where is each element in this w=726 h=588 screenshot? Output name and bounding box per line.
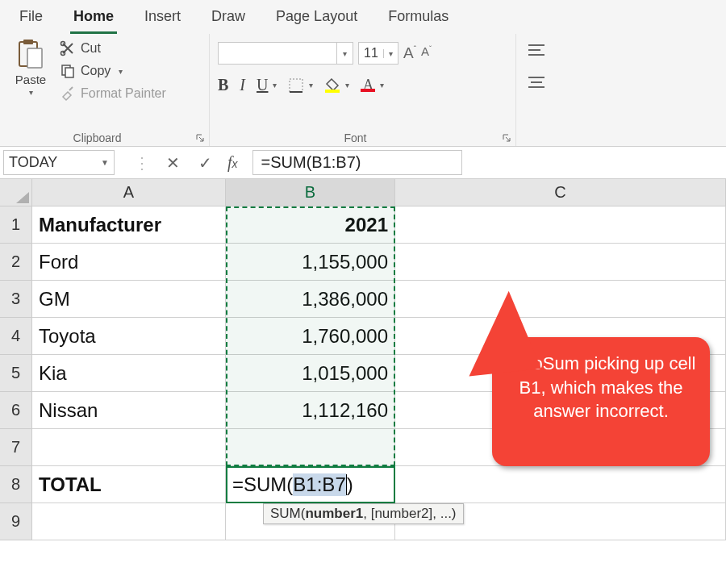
cell-B5[interactable]: 1,015,000 bbox=[226, 355, 395, 392]
chevron-down-icon: ▾ bbox=[383, 49, 398, 58]
group-alignment bbox=[516, 34, 557, 146]
formula-bar-input[interactable]: =SUM(B1:B7) bbox=[252, 150, 462, 175]
insert-function-button[interactable]: fx bbox=[227, 153, 238, 172]
cell-C1[interactable] bbox=[395, 206, 726, 244]
cell-C2[interactable] bbox=[395, 244, 726, 281]
row-header[interactable]: 7 bbox=[0, 429, 32, 466]
clipboard-group-label: Clipboard bbox=[0, 131, 194, 144]
svg-rect-1 bbox=[23, 40, 33, 44]
copy-label: Copy bbox=[81, 64, 111, 78]
scissors-icon bbox=[60, 40, 76, 56]
clipboard-dialog-launcher[interactable] bbox=[194, 132, 206, 144]
worksheet[interactable]: A B C 1Manufacturer20212Ford1,155,0003GM… bbox=[0, 179, 726, 540]
row-header[interactable]: 4 bbox=[0, 318, 32, 355]
cut-label: Cut bbox=[81, 41, 101, 56]
cell-B8[interactable]: =SUM(B1:B7) bbox=[226, 466, 395, 503]
cell-A2[interactable]: Ford bbox=[32, 244, 226, 281]
cell-B2[interactable]: 1,155,000 bbox=[226, 244, 395, 281]
tab-draw[interactable]: Draw bbox=[208, 5, 248, 34]
row-1: 1Manufacturer2021 bbox=[0, 206, 726, 244]
ribbon-tabs: File Home Insert Draw Page Layout Formul… bbox=[0, 0, 726, 34]
cell-C8[interactable] bbox=[395, 466, 726, 503]
cell-A7[interactable] bbox=[32, 429, 226, 466]
group-clipboard: Paste ▾ Cut Copy ▾ bbox=[0, 34, 210, 146]
cell-A8[interactable]: TOTAL bbox=[32, 466, 226, 503]
cell-A5[interactable]: Kia bbox=[32, 355, 226, 392]
bold-button[interactable]: B bbox=[218, 76, 228, 94]
tab-home[interactable]: Home bbox=[70, 5, 117, 34]
cell-B7[interactable] bbox=[226, 429, 395, 466]
function-tooltip: SUM(number1, [number2], ...) bbox=[263, 503, 464, 524]
tab-insert[interactable]: Insert bbox=[141, 5, 184, 34]
row-header[interactable]: 6 bbox=[0, 392, 32, 429]
ribbon: Paste ▾ Cut Copy ▾ bbox=[0, 34, 726, 147]
cell-A1[interactable]: Manufacturer bbox=[32, 206, 226, 244]
name-box[interactable]: TODAY ▼ bbox=[3, 150, 115, 175]
cell-A6[interactable]: Nissan bbox=[32, 392, 226, 429]
column-header-B[interactable]: B bbox=[226, 179, 395, 206]
row-header[interactable]: 1 bbox=[0, 206, 32, 244]
row-header[interactable]: 9 bbox=[0, 503, 32, 540]
enter-formula-button[interactable]: ✓ bbox=[195, 153, 215, 173]
format-painter-button[interactable]: Format Painter bbox=[60, 85, 166, 102]
column-header-A[interactable]: A bbox=[32, 179, 226, 206]
font-color-button[interactable]: A bbox=[361, 79, 375, 92]
column-header-C[interactable]: C bbox=[395, 179, 726, 206]
italic-button[interactable]: I bbox=[240, 76, 245, 94]
copy-button[interactable]: Copy ▾ bbox=[60, 63, 166, 79]
align-top-button[interactable] bbox=[526, 42, 547, 60]
font-size-value: 11 bbox=[359, 46, 383, 60]
font-group-label: Font bbox=[210, 131, 501, 144]
format-painter-label: Format Painter bbox=[81, 86, 166, 101]
chevron-down-icon: ▾ bbox=[119, 67, 123, 76]
align-middle-button[interactable] bbox=[526, 74, 547, 92]
chevron-down-icon: ▾ bbox=[309, 81, 313, 90]
svg-rect-7 bbox=[290, 79, 302, 92]
cell-B1[interactable]: 2021 bbox=[226, 206, 395, 244]
fill-color-button[interactable] bbox=[324, 78, 340, 93]
row-header[interactable]: 3 bbox=[0, 281, 32, 318]
formula-bar-text: =SUM(B1:B7) bbox=[261, 153, 361, 172]
tab-file[interactable]: File bbox=[16, 5, 46, 34]
cell-A4[interactable]: Toyota bbox=[32, 318, 226, 355]
formula-bar-row: TODAY ▼ ⋮ ✕ ✓ fx =SUM(B1:B7) bbox=[0, 147, 726, 179]
font-dialog-launcher[interactable] bbox=[501, 132, 512, 144]
underline-button[interactable]: U bbox=[257, 76, 268, 94]
annotation-callout: AutoSum picking up cell B1, which makes … bbox=[492, 337, 710, 466]
font-name-dropdown[interactable]: ▾ bbox=[218, 42, 353, 65]
cell-A3[interactable]: GM bbox=[32, 281, 226, 318]
chevron-down-icon: ▾ bbox=[273, 81, 277, 90]
increase-font-size-button[interactable]: Aˆ bbox=[403, 44, 416, 62]
tab-formulas[interactable]: Formulas bbox=[385, 5, 452, 34]
decrease-font-size-button[interactable]: Aˇ bbox=[421, 44, 432, 62]
chevron-down-icon: ▾ bbox=[336, 43, 353, 64]
select-all-corner[interactable] bbox=[0, 179, 32, 206]
row-3: 3GM1,386,000 bbox=[0, 281, 726, 318]
paste-icon bbox=[17, 39, 44, 71]
chevron-down-icon: ▾ bbox=[345, 81, 349, 90]
paintbrush-icon bbox=[60, 85, 76, 102]
paste-label: Paste bbox=[15, 73, 46, 86]
cell-B6[interactable]: 1,112,160 bbox=[226, 392, 395, 429]
cut-button[interactable]: Cut bbox=[60, 40, 166, 56]
font-size-dropdown[interactable]: 11 ▾ bbox=[358, 42, 398, 65]
chevron-down-icon: ▼ bbox=[101, 158, 109, 167]
row-8: 8TOTAL=SUM(B1:B7) bbox=[0, 466, 726, 503]
row-2: 2Ford1,155,000 bbox=[0, 244, 726, 281]
name-box-value: TODAY bbox=[9, 154, 57, 171]
callout-text: AutoSum picking up cell B1, which makes … bbox=[507, 353, 696, 421]
cell-B4[interactable]: 1,760,000 bbox=[226, 318, 395, 355]
cell-A9[interactable] bbox=[32, 503, 226, 540]
svg-rect-6 bbox=[65, 68, 73, 77]
row-header[interactable]: 2 bbox=[0, 244, 32, 281]
cell-B3[interactable]: 1,386,000 bbox=[226, 281, 395, 318]
row-header[interactable]: 8 bbox=[0, 466, 32, 503]
tab-page-layout[interactable]: Page Layout bbox=[273, 5, 361, 34]
cell-C3[interactable] bbox=[395, 281, 726, 318]
more-icon[interactable]: ⋮ bbox=[134, 153, 150, 173]
copy-icon bbox=[60, 63, 76, 79]
borders-button[interactable] bbox=[288, 77, 304, 94]
row-header[interactable]: 5 bbox=[0, 355, 32, 392]
cancel-formula-button[interactable]: ✕ bbox=[163, 153, 182, 173]
paste-button[interactable]: Paste ▾ bbox=[8, 39, 53, 97]
